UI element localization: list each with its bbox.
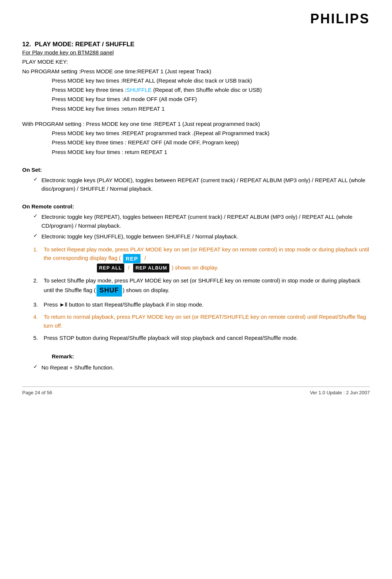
play-mode-key-label: PLAY MODE KEY:	[22, 57, 370, 66]
with-program-line-1: Press MODE key two times :REPEAT program…	[52, 129, 370, 137]
list-item-3: 3. Press ►Ⅱ button to start Repeat/Shuff…	[33, 300, 370, 309]
footer-page: Page 24 of 56	[22, 390, 52, 395]
on-remote-bullet-1-text: Electronic toggle key (REPEAT), toggles …	[41, 212, 370, 230]
list-num-1: 1.	[33, 245, 44, 254]
on-remote-bullet-2-text: Electronic toggle key (SHUFFLE), toggle …	[41, 232, 238, 241]
no-program-line-1: Press MODE key two times :REPEAT ALL (Re…	[52, 76, 370, 85]
page-header: PHILIPS	[22, 7, 370, 34]
no-program-label: No PROGRAM setting :Press MODE one time:…	[22, 67, 370, 76]
list-item-3-text: Press ►Ⅱ button to start Repeat/Shuffle …	[44, 300, 204, 309]
list-item-2: 2. To select Shuffle play mode, press PL…	[33, 276, 370, 297]
remark-bullet-1: ✓ No Repeat + Shuffle function.	[33, 363, 370, 372]
on-set-bullet-1: ✓ Electronic toggle keys (PLAY MODE), to…	[33, 176, 370, 193]
with-program-line-3: Press MODE key four times : return REPEA…	[52, 148, 370, 156]
rep-badge: REP	[123, 254, 141, 263]
section-number: 12.	[22, 41, 31, 48]
remark-title: Remark:	[52, 353, 370, 359]
list-item-5: 5. Press STOP button during Repeat/Shuff…	[33, 334, 370, 342]
list-num-4: 4.	[33, 312, 44, 321]
remark-bullets: ✓ No Repeat + Shuffle function.	[33, 363, 370, 372]
on-set-bullets: ✓ Electronic toggle keys (PLAY MODE), to…	[33, 176, 370, 193]
section-title-row: 12. PLAY MODE: REPEAT / SHUFFLE	[22, 41, 370, 48]
with-program-line-2: Press MODE key three times : REPEAT OFF …	[52, 138, 370, 147]
repall-badge: REP ALL	[97, 264, 124, 272]
shuffle-highlight: SHUFFLE	[126, 87, 152, 93]
with-program-label: With PROGRAM setting : Press MODE key on…	[22, 120, 370, 128]
checkmark-icon-1: ✓	[33, 176, 38, 182]
list-num-3: 3.	[33, 300, 44, 309]
list-item-2-text: To select Shuffle play mode, press PLAY …	[44, 276, 370, 297]
checkmark-icon-2: ✓	[33, 213, 38, 219]
list-item-4-text: To return to normal playback, press PLAY…	[44, 312, 370, 330]
list-num-5: 5.	[33, 334, 44, 342]
on-remote-bullets: ✓ Electronic toggle key (REPEAT), toggle…	[33, 212, 370, 241]
on-set-title: On Set:	[22, 167, 370, 173]
subtitle-underline: For Play mode key on BTM288 panel	[22, 48, 370, 57]
on-remote-bullet-1: ✓ Electronic toggle key (REPEAT), toggle…	[33, 212, 370, 230]
list-num-2: 2.	[33, 276, 44, 285]
on-remote-title: On Remote control:	[22, 203, 370, 210]
on-set-bullet-1-text: Electronic toggle keys (PLAY MODE), togg…	[41, 176, 370, 193]
no-program-line-3: Press MODE key four times :All mode OFF …	[52, 95, 370, 103]
remark-bullet-1-text: No Repeat + Shuffle function.	[41, 363, 114, 372]
list-item-4: 4. To return to normal playback, press P…	[33, 312, 370, 330]
page-footer: Page 24 of 56 Ver 1.0 Update : 2 Jun 200…	[22, 386, 370, 395]
checkmark-icon-remark: ✓	[33, 364, 38, 369]
list-item-1-text: To select Repeat play mode, press PLAY M…	[44, 245, 370, 272]
list-item-1: 1. To select Repeat play mode, press PLA…	[33, 245, 370, 272]
on-remote-bullet-2: ✓ Electronic toggle key (SHUFFLE), toggl…	[33, 232, 370, 241]
repalbum-badge: REP ALBUM	[133, 264, 169, 272]
list-item-5-text: Press STOP button during Repeat/Shuffle …	[44, 334, 298, 342]
philips-logo: PHILIPS	[310, 11, 370, 26]
checkmark-icon-3: ✓	[33, 232, 38, 238]
no-program-line-4: Press MODE key five times :return REPEAT…	[52, 104, 370, 113]
footer-version: Ver 1.0 Update : 2 Jun 2007	[310, 390, 370, 395]
numbered-list: 1. To select Repeat play mode, press PLA…	[33, 245, 370, 342]
section-title-text: PLAY MODE: REPEAT / SHUFFLE	[35, 41, 135, 48]
no-program-line-2: Press MODE key three times :SHUFFLE (Rep…	[52, 86, 370, 94]
shuf-badge: SHUF	[97, 285, 122, 297]
